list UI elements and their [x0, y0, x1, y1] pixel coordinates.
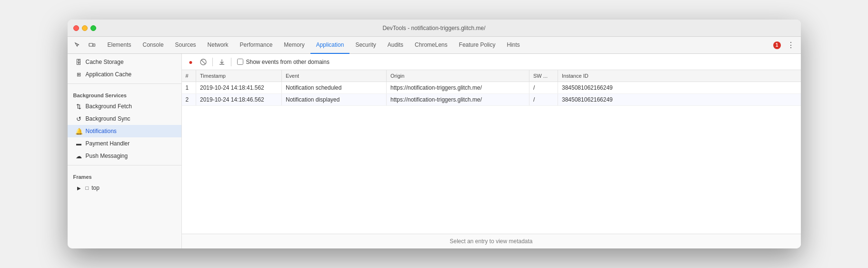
- col-header-sw: SW ...: [529, 70, 558, 82]
- tab-application[interactable]: Application: [310, 37, 350, 54]
- col-header-num: #: [182, 70, 196, 82]
- frame-arrow-icon: ▶: [75, 186, 83, 191]
- main-panel: ● Show even: [182, 54, 801, 248]
- sidebar: 🗄 Cache Storage ⊞ Application Cache Back…: [68, 54, 182, 248]
- cell-num: 2: [182, 94, 196, 106]
- table-header-row: # Timestamp Event Origin SW ... Instance…: [182, 70, 801, 82]
- cell-sw: /: [529, 82, 558, 94]
- cell-event: Notification displayed: [282, 94, 387, 106]
- toolbar-divider-1: [212, 58, 213, 66]
- device-icon[interactable]: [86, 39, 98, 52]
- inspect-icon[interactable]: [71, 39, 84, 52]
- cell-timestamp: 2019-10-24 14:18:46.562: [196, 94, 282, 106]
- sidebar-item-background-fetch[interactable]: ⇅ Background Fetch: [68, 100, 181, 113]
- cell-num: 1: [182, 82, 196, 94]
- sidebar-item-top-frame[interactable]: ▶ □ top: [68, 182, 181, 194]
- close-button[interactable]: [73, 25, 79, 31]
- cell-sw: /: [529, 94, 558, 106]
- sidebar-item-application-cache[interactable]: ⊞ Application Cache: [68, 68, 181, 81]
- tab-bar-icons: [71, 39, 98, 52]
- notifications-table: # Timestamp Event Origin SW ... Instance…: [182, 70, 801, 106]
- footer-bar: Select an entry to view metadata: [182, 234, 801, 248]
- tab-feature-policy[interactable]: Feature Policy: [453, 37, 501, 54]
- tab-elements[interactable]: Elements: [102, 37, 137, 54]
- record-button[interactable]: ●: [186, 57, 196, 67]
- toolbar: ● Show even: [182, 54, 801, 70]
- col-header-timestamp: Timestamp: [196, 70, 282, 82]
- sidebar-item-notifications[interactable]: 🔔 Notifications: [68, 125, 181, 137]
- more-options-icon[interactable]: ⋮: [785, 39, 797, 52]
- background-fetch-icon: ⇅: [75, 103, 83, 110]
- cache-storage-icon: 🗄: [75, 59, 83, 66]
- clear-button[interactable]: [198, 57, 209, 67]
- table-row[interactable]: 1 2019-10-24 14:18:41.562 Notification s…: [182, 82, 801, 94]
- tab-performance[interactable]: Performance: [234, 37, 279, 54]
- cell-instance-id: 3845081062166249: [558, 94, 801, 106]
- error-badge: 1: [773, 41, 781, 49]
- maximize-button[interactable]: [90, 25, 96, 31]
- table-row[interactable]: 2 2019-10-24 14:18:46.562 Notification d…: [182, 94, 801, 106]
- main-content: 🗄 Cache Storage ⊞ Application Cache Back…: [68, 54, 801, 248]
- payment-handler-icon: ▬: [75, 141, 83, 146]
- tab-sources[interactable]: Sources: [170, 37, 202, 54]
- show-events-checkbox-label[interactable]: Show events from other domains: [237, 59, 329, 65]
- download-button[interactable]: [217, 57, 227, 67]
- cell-instance-id: 3845081062166249: [558, 82, 801, 94]
- svg-line-3: [201, 60, 205, 64]
- frames-label: Frames: [68, 168, 181, 182]
- tab-console[interactable]: Console: [137, 37, 170, 54]
- sidebar-item-push-messaging[interactable]: ☁ Push Messaging: [68, 150, 181, 162]
- traffic-lights: [73, 25, 96, 31]
- minimize-button[interactable]: [82, 25, 88, 31]
- cell-timestamp: 2019-10-24 14:18:41.562: [196, 82, 282, 94]
- window-title: DevTools - notification-triggers.glitch.…: [382, 25, 485, 31]
- toolbar-divider-2: [231, 58, 231, 66]
- sidebar-item-background-sync[interactable]: ↺ Background Sync: [68, 113, 181, 125]
- svg-rect-0: [89, 43, 93, 46]
- tab-bar: Elements Console Sources Network Perform…: [68, 37, 801, 54]
- background-services-label: Background Services: [68, 87, 181, 100]
- title-bar: DevTools - notification-triggers.glitch.…: [68, 20, 801, 37]
- tab-bar-right: 1 ⋮: [773, 39, 797, 52]
- cell-event: Notification scheduled: [282, 82, 387, 94]
- show-events-checkbox[interactable]: [237, 59, 243, 65]
- error-count: 1: [773, 41, 781, 49]
- table-container[interactable]: # Timestamp Event Origin SW ... Instance…: [182, 70, 801, 234]
- notifications-icon: 🔔: [75, 128, 83, 135]
- application-cache-icon: ⊞: [75, 72, 83, 78]
- col-header-origin: Origin: [387, 70, 529, 82]
- tab-security[interactable]: Security: [349, 37, 381, 54]
- tab-memory[interactable]: Memory: [278, 37, 310, 54]
- footer-text: Select an entry to view metadata: [449, 238, 532, 245]
- col-header-event: Event: [282, 70, 387, 82]
- cell-origin: https://notification-triggers.glitch.me/: [387, 82, 529, 94]
- sidebar-item-payment-handler[interactable]: ▬ Payment Handler: [68, 137, 181, 150]
- background-sync-icon: ↺: [75, 115, 83, 123]
- devtools-window: DevTools - notification-triggers.glitch.…: [68, 20, 801, 248]
- tab-audits[interactable]: Audits: [382, 37, 409, 54]
- push-messaging-icon: ☁: [75, 153, 83, 160]
- col-header-instance-id: Instance ID: [558, 70, 801, 82]
- tab-network[interactable]: Network: [202, 37, 234, 54]
- cell-origin: https://notification-triggers.glitch.me/: [387, 94, 529, 106]
- sidebar-divider-2: [68, 165, 181, 165]
- tab-hints[interactable]: Hints: [501, 37, 526, 54]
- sidebar-divider-1: [68, 83, 181, 84]
- tab-chromelens[interactable]: ChromeLens: [409, 37, 453, 54]
- svg-rect-1: [93, 44, 95, 46]
- sidebar-item-cache-storage[interactable]: 🗄 Cache Storage: [68, 56, 181, 68]
